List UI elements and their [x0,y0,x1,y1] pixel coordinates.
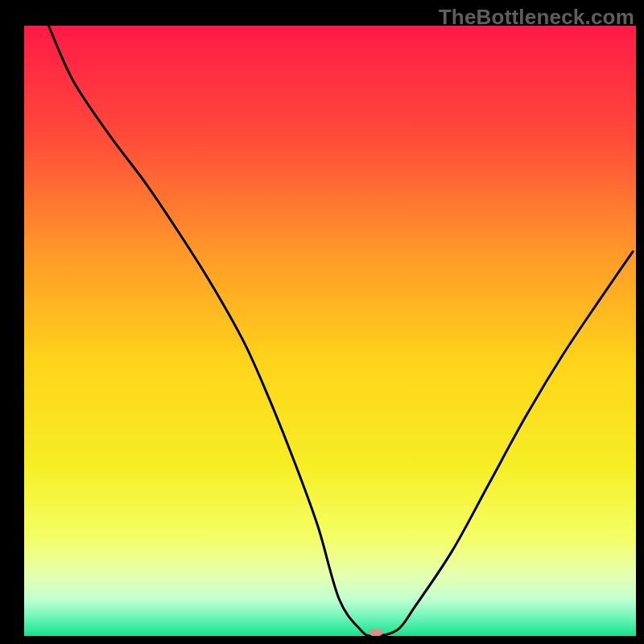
bottleneck-chart [0,0,644,644]
frame-right [636,0,644,644]
chart-container: TheBottleneck.com [0,0,644,644]
plot-background [24,26,636,636]
optimal-marker [369,629,383,636]
watermark: TheBottleneck.com [439,5,634,30]
frame-left [0,0,24,644]
frame-bottom [0,636,644,644]
